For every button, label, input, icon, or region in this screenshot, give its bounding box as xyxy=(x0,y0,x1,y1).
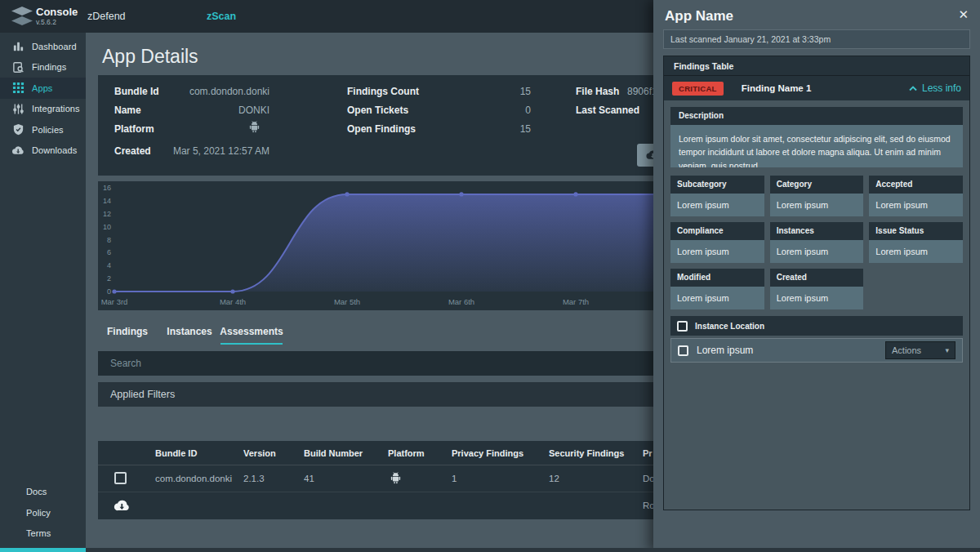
footer-link-policy[interactable]: Policy xyxy=(0,502,86,523)
chevron-up-icon xyxy=(909,86,917,91)
svg-text:14: 14 xyxy=(103,197,111,205)
sidebar-item-label: Integrations xyxy=(32,104,80,114)
svg-text:Mar 4th: Mar 4th xyxy=(220,297,246,306)
last-scanned-text: Last scanned January 21, 2021 at 3:33pm xyxy=(664,34,831,44)
field-label: Bundle Id xyxy=(114,86,159,97)
findings-table-card: Findings Table CRITICAL Finding Name 1 L… xyxy=(663,56,970,510)
app-detail-drawer: App Name ✕ Last scanned January 21, 2021… xyxy=(653,0,980,552)
svg-text:0: 0 xyxy=(107,287,111,296)
description-label: Description xyxy=(670,107,963,125)
svg-text:Mar 5th: Mar 5th xyxy=(334,297,360,306)
col-truncated: Pr xyxy=(643,448,653,458)
finding-fields-grid: Subcategory Lorem ipsum Category Lorem i… xyxy=(670,176,963,309)
caret-down-icon: ▾ xyxy=(945,346,949,354)
severity-badge: CRITICAL xyxy=(672,82,724,96)
svg-text:16: 16 xyxy=(103,184,111,192)
sidebar-item-label: Policies xyxy=(32,125,64,135)
findings-trend-chart: 0246810121416Mar 3rdMar 4thMar 5thMar 6t… xyxy=(98,181,653,310)
sidebar-accent-bar xyxy=(0,548,86,552)
cell-privacy-findings: 1 xyxy=(452,474,457,483)
applied-filters-label: Applied Filters xyxy=(98,389,175,400)
footer-link-docs[interactable]: Docs xyxy=(0,482,86,503)
applied-filters-bar[interactable]: Applied Filters xyxy=(98,382,653,407)
brand-logo-icon xyxy=(10,6,34,27)
svg-text:2: 2 xyxy=(107,274,111,283)
actions-dropdown[interactable]: Actions ▾ xyxy=(885,341,956,359)
area-chart: 0246810121416Mar 3rdMar 4thMar 5thMar 6t… xyxy=(98,181,653,310)
field-label: Last Scanned xyxy=(576,105,639,116)
tab-assessments[interactable]: Assessments xyxy=(220,320,283,345)
sidebar-item-label: Dashboard xyxy=(32,42,77,51)
svg-text:12: 12 xyxy=(103,210,111,218)
field-label: Open Tickets xyxy=(347,105,408,116)
table-row: com.dondon.donki 2.1.3 41 1 12 Do xyxy=(98,465,653,492)
app-details-card: Bundle Id com.dondon.donki Name DONKI Pl… xyxy=(98,75,653,176)
svg-text:10: 10 xyxy=(103,223,111,231)
app-version: v.5.6.2 xyxy=(36,18,56,26)
page-title: App Details xyxy=(102,46,198,68)
bottom-edge-bar xyxy=(0,548,980,552)
apps-grid-icon xyxy=(11,82,24,95)
actions-label: Actions xyxy=(892,345,921,355)
field-label: Name xyxy=(114,105,141,116)
download-app-button[interactable] xyxy=(637,144,653,167)
field-issue-status: Issue Status Lorem ipsum xyxy=(869,222,963,263)
instance-location-checkbox[interactable] xyxy=(677,321,688,332)
less-info-toggle[interactable]: Less info xyxy=(909,82,961,94)
file-hash-value: 8906f1d xyxy=(627,86,653,97)
svg-text:Mar 7th: Mar 7th xyxy=(563,297,589,306)
cell-bundle-id: com.dondon.donki xyxy=(155,474,232,483)
tab-zdefend[interactable]: zDefend xyxy=(87,11,126,22)
detail-tabs: Findings Instances Assessments xyxy=(96,320,283,345)
tab-zscan[interactable]: zScan xyxy=(207,11,236,22)
field-modified: Modified Lorem ipsum xyxy=(670,269,764,309)
col-bundle-id: Bundle ID xyxy=(155,448,197,458)
bar-chart-icon xyxy=(11,40,24,53)
field-accepted: Accepted Lorem ipsum xyxy=(869,176,963,216)
bundle-id-value: com.dondon.donki xyxy=(180,86,270,97)
svg-text:Mar 6th: Mar 6th xyxy=(448,297,474,306)
sidebar-item-integrations[interactable]: Integrations xyxy=(0,99,86,120)
field-instances: Instances Lorem ipsum xyxy=(770,222,864,263)
open-tickets-value: 0 xyxy=(449,105,531,116)
sidebar: Dashboard Findings Apps xyxy=(0,33,86,552)
drawer-title: App Name xyxy=(665,8,733,24)
tab-instances[interactable]: Instances xyxy=(158,320,220,345)
export-cloud-icon[interactable] xyxy=(113,499,131,513)
instance-location-label: Instance Location xyxy=(695,322,764,331)
close-icon[interactable]: ✕ xyxy=(958,7,969,22)
cell-version: 2.1.3 xyxy=(243,474,265,483)
row-checkbox[interactable] xyxy=(114,472,127,484)
created-value: Mar 5, 2021 12:57 AM xyxy=(167,145,270,157)
field-created: Created Lorem ipsum xyxy=(770,269,864,309)
sidebar-item-label: Findings xyxy=(32,62,66,72)
field-label: Findings Count xyxy=(347,86,419,97)
sidebar-item-findings[interactable]: Findings xyxy=(0,57,86,78)
field-label: Platform xyxy=(114,123,154,135)
sidebar-item-downloads[interactable]: Downloads xyxy=(0,140,86,162)
footer-link-terms[interactable]: Terms xyxy=(0,523,86,545)
android-icon xyxy=(249,120,260,133)
table-footer: Rows xyxy=(98,492,653,519)
search-input[interactable]: Search xyxy=(98,351,653,376)
field-label: Created xyxy=(114,145,151,157)
cloud-download-icon xyxy=(11,144,24,157)
sidebar-item-dashboard[interactable]: Dashboard xyxy=(0,36,86,57)
findings-count-value: 15 xyxy=(449,86,531,97)
tab-findings[interactable]: Findings xyxy=(96,320,158,345)
android-icon xyxy=(390,471,401,484)
sliders-icon xyxy=(11,102,24,115)
sidebar-item-policies[interactable]: Policies xyxy=(0,119,86,140)
description-text: Lorem ipsum dolor sit amet, consectetur … xyxy=(670,125,963,167)
field-label: Open Findings xyxy=(347,123,416,135)
field-compliance: Compliance Lorem ipsum xyxy=(670,222,764,263)
sidebar-item-label: Apps xyxy=(32,83,52,93)
svg-text:8: 8 xyxy=(107,236,111,244)
shield-check-icon xyxy=(11,123,24,136)
sidebar-item-apps[interactable]: Apps xyxy=(0,78,86,99)
finding-expanded-section: Description Lorem ipsum dolor sit amet, … xyxy=(664,100,969,510)
finding-row[interactable]: CRITICAL Finding Name 1 Less info xyxy=(664,76,969,100)
col-build-number: Build Number xyxy=(304,448,363,458)
instance-location-row: Instance Location xyxy=(670,316,963,336)
instance-item-checkbox[interactable] xyxy=(678,345,688,356)
